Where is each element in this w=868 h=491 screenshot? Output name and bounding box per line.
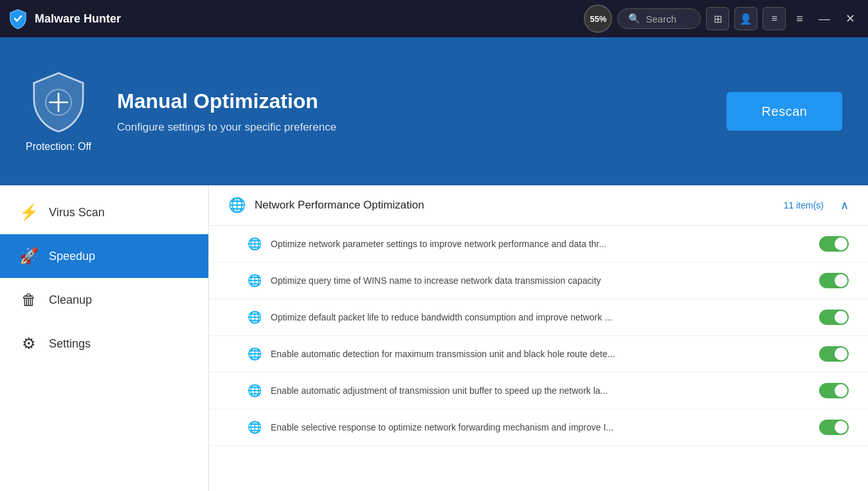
shield-icon	[26, 70, 91, 134]
section-title: Network Performance Optimization	[255, 199, 775, 212]
content-area: 🌐 Network Performance Optimization 11 it…	[209, 185, 868, 491]
percent-badge: 55%	[584, 5, 612, 33]
list-item: 🌐 Enable selective response to optimize …	[209, 409, 868, 446]
toggle-switch-0[interactable]	[819, 236, 849, 252]
title-bar: Malware Hunter 55% 🔍 Search ⊞ 👤 ≡ ≡ — ✕	[0, 0, 868, 37]
toggle-switch-3[interactable]	[819, 346, 849, 362]
grid-icon-button[interactable]: ⊞	[706, 7, 729, 30]
sidebar-item-cleanup[interactable]: 🗑 Cleanup	[0, 278, 208, 322]
list-item: 🌐 Optimize default packet life to reduce…	[209, 299, 868, 336]
speedup-icon: 🚀	[19, 247, 39, 265]
page-title: Manual Optimization	[117, 89, 701, 113]
optimization-list: 🌐 Optimize network parameter settings to…	[209, 226, 868, 446]
title-bar-controls: 55% 🔍 Search ⊞ 👤 ≡ ≡ — ✕	[584, 5, 860, 33]
search-box[interactable]: 🔍 Search	[617, 8, 701, 29]
list-item-globe-icon: 🌐	[248, 310, 262, 324]
sidebar: ⚡ Virus Scan 🚀 Speedup 🗑 Cleanup ⚙ Setti…	[0, 185, 209, 491]
sidebar-label-cleanup: Cleanup	[49, 293, 92, 307]
list-item-globe-icon: 🌐	[248, 420, 262, 434]
shield-area: Protection: Off	[26, 70, 91, 153]
search-icon: 🔍	[628, 13, 640, 24]
sidebar-item-speedup[interactable]: 🚀 Speedup	[0, 234, 208, 278]
user-icon-button[interactable]: 👤	[734, 7, 757, 30]
collapse-button[interactable]: ∧	[840, 198, 849, 212]
list-item-text-4: Enable automatic adjustment of transmiss…	[271, 385, 810, 396]
minimize-button[interactable]: —	[813, 10, 835, 28]
settings-icon: ⚙	[19, 335, 39, 353]
menu-button[interactable]: ≡	[763, 7, 786, 30]
rescan-button[interactable]: Rescan	[727, 92, 842, 131]
section-globe-icon: 🌐	[228, 197, 246, 214]
toggle-switch-4[interactable]	[819, 383, 849, 398]
list-item-text-5: Enable selective response to optimize ne…	[271, 422, 810, 432]
header: Protection: Off Manual Optimization Conf…	[0, 37, 868, 185]
list-item-text-2: Optimize default packet life to reduce b…	[271, 312, 810, 322]
app-logo-icon	[8, 8, 28, 29]
list-item-text-3: Enable automatic detection for maximum t…	[271, 349, 810, 359]
cleanup-icon: 🗑	[19, 291, 39, 309]
virus-scan-icon: ⚡	[19, 203, 39, 221]
page-subtitle: Configure settings to your specific pref…	[117, 121, 701, 134]
sidebar-label-settings: Settings	[49, 337, 91, 351]
list-item-globe-icon: 🌐	[248, 347, 262, 361]
close-button[interactable]: ✕	[840, 9, 860, 28]
section-header: 🌐 Network Performance Optimization 11 it…	[209, 185, 868, 226]
list-item: 🌐 Enable automatic detection for maximum…	[209, 336, 868, 373]
main-area: ⚡ Virus Scan 🚀 Speedup 🗑 Cleanup ⚙ Setti…	[0, 185, 868, 491]
toggle-switch-5[interactable]	[819, 420, 849, 435]
toggle-switch-1[interactable]	[819, 273, 849, 288]
app-title-area: Malware Hunter	[8, 8, 121, 29]
list-item-text-1: Optimize query time of WINS name to incr…	[271, 275, 810, 286]
list-item-globe-icon: 🌐	[248, 384, 262, 398]
list-item-globe-icon: 🌐	[248, 237, 262, 251]
sidebar-item-virus-scan[interactable]: ⚡ Virus Scan	[0, 190, 208, 234]
app-name-label: Malware Hunter	[35, 12, 121, 26]
item-count-badge: 11 item(s)	[784, 200, 824, 210]
protection-status: Protection: Off	[26, 141, 91, 153]
header-content: Manual Optimization Configure settings t…	[117, 89, 701, 134]
list-item: 🌐 Enable automatic adjustment of transmi…	[209, 373, 868, 409]
sidebar-label-speedup: Speedup	[49, 250, 95, 263]
search-label: Search	[646, 14, 676, 24]
sidebar-label-virus-scan: Virus Scan	[49, 206, 105, 219]
list-item-globe-icon: 🌐	[248, 273, 262, 288]
menu-lines-button[interactable]: ≡	[791, 10, 808, 28]
list-item: 🌐 Optimize network parameter settings to…	[209, 226, 868, 263]
toggle-switch-2[interactable]	[819, 310, 849, 325]
list-item-text-0: Optimize network parameter settings to i…	[271, 239, 810, 249]
list-item: 🌐 Optimize query time of WINS name to in…	[209, 263, 868, 299]
sidebar-item-settings[interactable]: ⚙ Settings	[0, 322, 208, 366]
